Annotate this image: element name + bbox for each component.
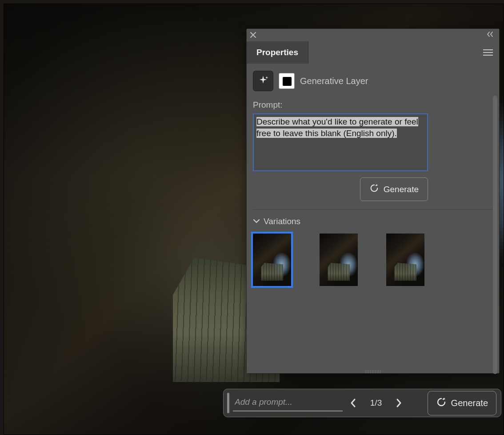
next-variation-button[interactable] <box>396 398 402 408</box>
panel-menu-icon[interactable] <box>483 49 493 56</box>
contextual-task-bar: 1/3 Generate <box>223 389 501 417</box>
prompt-section: Prompt: Describe what you'd like to gene… <box>247 97 499 209</box>
properties-panel: Properties Generative Layer <box>246 28 500 374</box>
generate-button-label: Generate <box>384 185 419 194</box>
drag-handle[interactable] <box>227 393 229 413</box>
generative-fill-icon[interactable] <box>253 71 273 91</box>
bottom-generate-label: Generate <box>451 398 488 408</box>
variation-counter: 1/3 <box>368 398 384 408</box>
panel-scrollbar[interactable] <box>493 96 497 374</box>
layer-mask-thumbnail[interactable] <box>279 73 295 89</box>
variation-thumbnail-3[interactable] <box>386 234 424 286</box>
layer-title: Generative Layer <box>300 76 368 86</box>
canvas-area: Properties Generative Layer <box>0 0 504 435</box>
prompt-label: Prompt: <box>253 100 493 110</box>
variations-toggle[interactable]: Variations <box>247 209 499 231</box>
panel-body: Generative Layer Prompt: Describe what y… <box>247 64 499 373</box>
prompt-placeholder-text: Describe what you'd like to generate or … <box>256 117 418 138</box>
prev-variation-button[interactable] <box>350 398 356 408</box>
regenerate-icon <box>436 397 447 410</box>
panel-resize-grip[interactable]: | | | | | | | | | | <box>362 369 384 373</box>
variation-thumbnail-2[interactable] <box>320 234 358 286</box>
variations-row <box>247 231 499 289</box>
bottom-generate-button[interactable]: Generate <box>428 391 496 415</box>
chevron-down-icon <box>253 216 260 226</box>
panel-titlebar <box>247 29 499 41</box>
close-icon[interactable] <box>250 32 256 39</box>
variations-label: Variations <box>264 217 300 226</box>
bottom-prompt-wrap <box>233 395 343 411</box>
collapse-panel-icon[interactable] <box>487 31 496 39</box>
prompt-textarea[interactable]: Describe what you'd like to generate or … <box>253 113 428 171</box>
panel-tabs: Properties <box>247 41 499 64</box>
variation-thumbnail-1[interactable] <box>253 234 291 286</box>
regenerate-icon <box>369 183 379 195</box>
bottom-prompt-input[interactable] <box>233 395 343 409</box>
tab-properties[interactable]: Properties <box>247 41 308 64</box>
variation-nav: 1/3 <box>346 398 406 408</box>
layer-header: Generative Layer <box>247 64 499 97</box>
generate-button[interactable]: Generate <box>360 177 428 201</box>
